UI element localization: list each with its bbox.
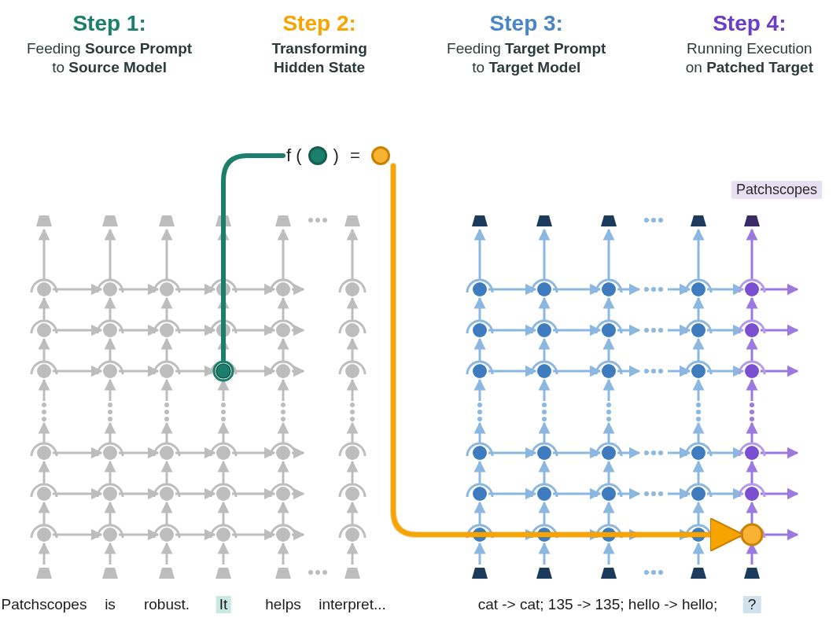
svg-point-84 [281,403,286,407]
svg-point-249 [644,491,649,496]
svg-point-164 [160,323,174,337]
svg-point-63 [164,410,169,414]
svg-point-52 [108,410,112,414]
svg-point-268 [651,369,656,373]
svg-point-86 [281,417,286,421]
svg-point-267 [644,369,649,373]
svg-point-135 [308,570,313,575]
svg-point-138 [37,528,51,542]
svg-point-220 [696,410,701,414]
svg-point-313 [602,323,616,337]
svg-point-177 [651,218,656,223]
svg-point-309 [691,364,706,378]
svg-point-221 [696,417,701,421]
svg-point-307 [537,364,551,378]
svg-point-85 [281,410,286,414]
svg-point-312 [537,323,551,337]
svg-point-232 [750,417,754,421]
svg-point-150 [37,446,51,460]
svg-point-97 [350,417,355,421]
svg-point-167 [345,323,359,337]
svg-point-169 [103,282,117,296]
svg-point-316 [473,282,487,296]
src-token-4: helps [265,596,300,613]
svg-point-74 [221,410,226,414]
svg-point-42 [42,417,46,421]
svg-point-180 [651,570,656,575]
svg-point-64 [164,417,169,421]
svg-point-209 [606,410,611,414]
svg-point-53 [108,417,112,421]
tgt-tokens-prefix: cat -> cat; 135 -> 135; hello -> hello; [478,596,718,613]
svg-point-158 [160,364,174,378]
svg-point-157 [103,364,117,378]
svg-point-300 [745,487,759,501]
svg-point-219 [696,403,701,407]
svg-point-96 [350,410,355,414]
step-4: Step 4: Running Execution on Patched Tar… [686,11,813,77]
svg-point-199 [542,417,547,421]
svg-point-161 [345,364,359,378]
svg-point-259 [651,451,656,455]
svg-point-95 [350,403,355,407]
svg-point-297 [537,487,551,501]
svg-point-139 [103,528,117,542]
svg-point-287 [658,287,663,292]
svg-point-160 [276,364,290,378]
tgt-token-patched: ? [743,596,761,613]
svg-point-173 [345,282,359,296]
svg-point-304 [691,446,706,460]
svg-point-210 [606,417,611,421]
src-token-1: is [105,596,116,613]
svg-point-154 [276,446,290,460]
step-1: Step 1: Feeding Source Prompt to Source … [27,11,192,77]
svg-point-75 [221,417,226,421]
svg-point-178 [658,218,663,223]
svg-point-133 [315,218,320,223]
svg-point-140 [160,528,174,542]
svg-point-319 [691,282,706,296]
svg-point-148 [276,487,290,501]
svg-point-179 [644,570,649,575]
step-3: Step 3: Feeding Target Prompt to Target … [447,11,606,77]
svg-point-181 [658,570,663,575]
svg-point-317 [537,282,551,296]
svg-point-321 [742,524,762,545]
svg-point-168 [37,282,51,296]
svg-point-260 [658,451,663,455]
src-token-2: robust. [144,596,190,613]
svg-point-172 [276,282,290,296]
svg-point-136 [315,570,320,575]
step-2-sub: Transforming Hidden State [271,39,367,77]
svg-point-152 [160,446,174,460]
svg-point-132 [308,218,313,223]
svg-point-314 [691,323,706,337]
svg-point-306 [473,364,487,378]
svg-point-155 [345,446,359,460]
svg-point-137 [322,570,327,575]
svg-point-315 [745,323,759,337]
svg-point-250 [651,491,656,496]
svg-point-153 [216,446,230,460]
svg-point-145 [103,487,117,501]
svg-point-149 [345,487,359,501]
svg-point-276 [644,328,649,333]
svg-point-231 [750,410,754,414]
svg-point-147 [216,487,230,501]
svg-point-208 [606,403,611,407]
svg-point-141 [216,528,230,542]
src-token-5: interpret... [319,596,386,613]
step-4-sub: Running Execution on Patched Target [686,39,813,77]
step-2: Step 2: Transforming Hidden State [271,11,367,77]
svg-point-73 [221,403,226,407]
step-2-title: Step 2: [271,11,367,36]
svg-point-143 [345,528,359,542]
diagram-svg [0,94,840,598]
diagram-stage [0,94,840,598]
svg-point-258 [644,451,649,455]
svg-point-308 [602,364,616,378]
step-headers: Step 1: Feeding Source Prompt to Source … [0,11,840,77]
svg-point-296 [473,487,487,501]
step-4-title: Step 4: [686,11,813,36]
svg-point-156 [37,364,51,378]
